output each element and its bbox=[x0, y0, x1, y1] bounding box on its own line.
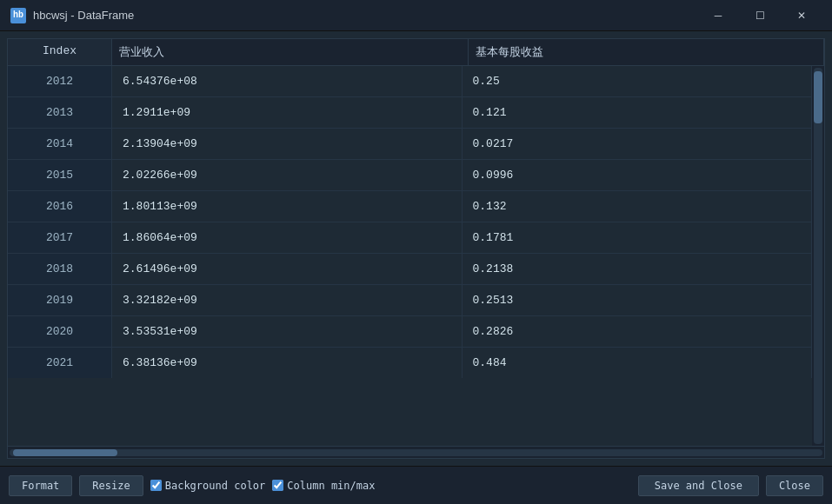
cell-col2: 0.1781 bbox=[463, 222, 813, 253]
cell-col2: 0.2826 bbox=[463, 316, 813, 347]
cell-col1: 6.54376e+08 bbox=[112, 66, 463, 96]
maximize-button[interactable]: ☐ bbox=[740, 0, 780, 31]
cell-col2: 0.132 bbox=[463, 191, 813, 222]
table-row[interactable]: 20193.32182e+090.2513 bbox=[8, 285, 812, 316]
table-container: Index 营业收入 基本每股收益 20126.54376e+080.25201… bbox=[7, 38, 825, 459]
window-controls: ─ ☐ ✕ bbox=[698, 0, 822, 31]
cell-col1: 2.13904e+09 bbox=[112, 129, 463, 159]
bg-color-label: Background color bbox=[165, 480, 266, 492]
cell-col1: 1.86064e+09 bbox=[112, 222, 463, 253]
cell-col2: 0.2138 bbox=[463, 254, 813, 284]
main-content: Index 营业收入 基本每股收益 20126.54376e+080.25201… bbox=[0, 31, 832, 466]
cell-index: 2019 bbox=[8, 285, 112, 315]
bg-color-input[interactable] bbox=[150, 480, 162, 491]
col-minmax-label: Column min/max bbox=[287, 480, 375, 492]
cell-col1: 2.02266e+09 bbox=[112, 160, 463, 190]
cell-col1: 1.80113e+09 bbox=[112, 191, 463, 222]
footer-right-buttons: Save and Close Close bbox=[638, 475, 823, 496]
cell-index: 2014 bbox=[8, 129, 112, 159]
app-icon: hb bbox=[10, 8, 26, 23]
table-header: Index 营业收入 基本每股收益 bbox=[8, 39, 824, 66]
cell-col1: 1.2911e+09 bbox=[112, 97, 463, 128]
format-button[interactable]: Format bbox=[9, 475, 72, 496]
cell-index: 2013 bbox=[8, 97, 112, 128]
index-column-header: Index bbox=[8, 39, 112, 65]
table-body[interactable]: 20126.54376e+080.2520131.2911e+090.12120… bbox=[8, 66, 812, 446]
horizontal-scrollbar-container[interactable] bbox=[8, 446, 824, 458]
bg-color-checkbox[interactable]: Background color bbox=[150, 480, 266, 492]
table-with-scrollbar: 20126.54376e+080.2520131.2911e+090.12120… bbox=[8, 66, 824, 446]
col2-header: 基本每股收益 bbox=[469, 39, 825, 65]
cell-col2: 0.0996 bbox=[463, 160, 813, 190]
table-row[interactable]: 20171.86064e+090.1781 bbox=[8, 222, 812, 254]
cell-col2: 0.0217 bbox=[463, 129, 813, 159]
cell-col1: 3.32182e+09 bbox=[112, 285, 463, 315]
table-row[interactable]: 20131.2911e+090.121 bbox=[8, 97, 812, 129]
cell-col2: 0.2513 bbox=[463, 285, 813, 315]
scrollbar-v-track bbox=[814, 68, 822, 444]
cell-col2: 0.121 bbox=[463, 97, 813, 128]
scrollbar-h-track bbox=[10, 449, 822, 456]
cell-index: 2021 bbox=[8, 348, 112, 378]
cell-col2: 0.484 bbox=[463, 348, 813, 378]
col1-header: 营业收入 bbox=[112, 39, 469, 65]
cell-index: 2016 bbox=[8, 191, 112, 222]
cell-index: 2015 bbox=[8, 160, 112, 190]
resize-button[interactable]: Resize bbox=[79, 475, 143, 496]
cell-col1: 3.53531e+09 bbox=[112, 316, 463, 347]
table-row[interactable]: 20203.53531e+090.2826 bbox=[8, 316, 812, 348]
cell-index: 2017 bbox=[8, 222, 112, 253]
table-row[interactable]: 20182.61496e+090.2138 bbox=[8, 254, 812, 285]
table-row[interactable]: 20152.02266e+090.0996 bbox=[8, 160, 812, 191]
col-minmax-input[interactable] bbox=[272, 480, 283, 491]
minimize-button[interactable]: ─ bbox=[698, 0, 738, 31]
save-close-button[interactable]: Save and Close bbox=[638, 475, 759, 496]
table-row[interactable]: 20216.38136e+090.484 bbox=[8, 348, 812, 378]
window-title: hbcwsj - DataFrame bbox=[33, 9, 698, 22]
cell-col1: 6.38136e+09 bbox=[112, 348, 463, 378]
cell-index: 2012 bbox=[8, 66, 112, 96]
close-window-button[interactable]: ✕ bbox=[782, 0, 822, 31]
table-row[interactable]: 20142.13904e+090.0217 bbox=[8, 129, 812, 160]
table-row[interactable]: 20126.54376e+080.25 bbox=[8, 66, 812, 97]
scrollbar-h-thumb[interactable] bbox=[13, 449, 117, 456]
col-minmax-checkbox[interactable]: Column min/max bbox=[272, 480, 375, 492]
cell-index: 2018 bbox=[8, 254, 112, 284]
scrollbar-v-thumb[interactable] bbox=[814, 71, 822, 123]
footer-toolbar: Format Resize Background color Column mi… bbox=[0, 466, 832, 504]
cell-index: 2020 bbox=[8, 316, 112, 347]
table-row[interactable]: 20161.80113e+090.132 bbox=[8, 191, 812, 222]
cell-col2: 0.25 bbox=[463, 66, 813, 96]
title-bar: hb hbcwsj - DataFrame ─ ☐ ✕ bbox=[0, 0, 832, 31]
close-button[interactable]: Close bbox=[766, 475, 823, 496]
cell-col1: 2.61496e+09 bbox=[112, 254, 463, 284]
vertical-scrollbar[interactable] bbox=[812, 66, 824, 446]
